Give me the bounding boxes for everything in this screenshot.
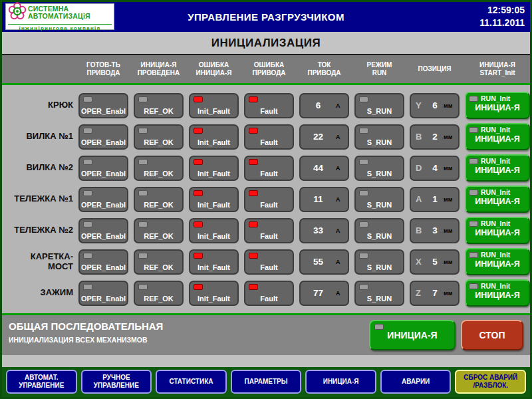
current-value: 6 [301,100,336,110]
col-header-start-init: ИНИЦИА-Я START_Init [465,61,530,78]
run-mode-indicator: S_RUN [354,281,404,306]
screen-title: УПРАВЛЕНИЕ РАЗГРУЗЧИКОМ [2,11,530,23]
table-row: ВИЛКА №1 OPER_Enabl REF_OK Init_Fault Fa… [2,121,530,152]
led-red-icon [194,128,203,134]
run-mode-text: S_RUN [356,263,403,271]
run-init-button[interactable]: RUN_InitИНИЦИА-Я [465,186,530,213]
current-unit: A [336,290,348,297]
logo-tagline: інжинірингова компанія [8,24,112,31]
led-off-icon [359,253,368,259]
drive-fault-indicator: Fault [244,93,294,118]
bottom-nav-bar: АВТОМАТ. УПРАВЛЕНИЕ РУЧНОЕ УПРАВЛЕНИЕ СТ… [2,367,530,397]
run-init-button[interactable]: RUN_InitИНИЦИА-Я [465,217,530,244]
fault-text: Fault [245,138,293,146]
ref-ok-indicator: REF_OK [134,187,184,212]
oper-enabl-text: OPER_Enabl [80,263,127,271]
current-value: 44 [301,163,336,173]
ref-ok-text: REF_OK [135,201,182,209]
common-init-button[interactable]: ИНИЦИА-Я [369,320,456,350]
ref-ok-text: REF_OK [135,107,182,115]
init-fault-text: Init_Fault [190,138,237,146]
run-init-button[interactable]: RUN_InitИНИЦИА-Я [465,154,530,182]
current-unit: A [336,259,348,265]
nav-auto-control-button[interactable]: АВТОМАТ. УПРАВЛЕНИЕ [6,370,77,394]
current-unit: A [336,165,348,172]
oper-enabl-indicator: OPER_Enabl [78,156,128,181]
axis-letter: B [416,225,426,235]
date-display: 11.11.2011 [479,17,525,29]
common-init-section: ОБЩАЯ ПОСЛЕДОВАТЕЛЬНАЯ ИНИЦИАЛИЗАЦИЯ ВСЕ… [2,313,530,355]
led-off-icon [138,159,148,165]
position-display: Z7мм [410,281,460,306]
oper-enabl-text: OPER_Enabl [80,138,127,146]
nav-alarms-button[interactable]: АВАРИИ [380,370,452,394]
init-fault-indicator: Init_Fault [189,281,239,306]
axis-letter: X [416,257,426,267]
position-value: 4 [426,163,444,173]
fault-text: Fault [245,170,293,178]
nav-alarm-reset-button[interactable]: СБРОС АВАРИЙ /РАЗБЛОК. [455,370,526,394]
col-header-init-error: ОШИБКА ИНИЦИА-Я [189,61,239,78]
run-init-text: RUN_Init [481,126,510,134]
led-off-icon [469,221,478,227]
drive-fault-indicator: Fault [244,218,294,243]
oper-enabl-indicator: OPER_Enabl [78,249,128,275]
ref-ok-indicator: REF_OK [134,281,184,306]
run-mode-indicator: S_RUN [354,187,404,212]
oper-enabl-indicator: OPER_Enabl [78,187,128,212]
ref-ok-text: REF_OK [135,295,182,303]
nav-manual-control-button[interactable]: РУЧНОЕ УПРАВЛЕНИЕ [81,370,152,394]
oper-enabl-indicator: OPER_Enabl [78,281,128,306]
position-unit: мм [444,196,458,203]
init-fault-indicator: Init_Fault [189,249,239,275]
nav-initialization-button[interactable]: ИНИЦИА-Я [305,370,376,394]
init-fault-text: Init_Fault [190,107,237,115]
run-init-button[interactable]: RUN_InitИНИЦИА-Я [465,279,530,307]
led-red-icon [249,284,258,290]
run-mode-text: S_RUN [356,170,403,178]
mechanism-label: ЗАЖИМ [4,288,73,298]
init-button-label: ИНИЦИА-Я [469,228,526,237]
nav-parameters-button[interactable]: ПАРАМЕТРЫ [231,370,302,394]
led-off-icon [83,159,92,165]
stop-button[interactable]: СТОП [461,320,523,350]
drive-current-display: 44A [299,156,349,181]
led-off-icon [469,283,478,289]
led-off-icon [469,127,478,133]
init-button-label: ИНИЦИА-Я [469,134,526,144]
init-button-label: ИНИЦИА-Я [469,291,526,300]
current-value: 33 [301,225,336,235]
ref-ok-indicator: REF_OK [134,93,184,118]
run-init-button[interactable]: RUN_InitИНИЦИА-Я [465,123,530,150]
run-init-button[interactable]: RUN_InitИНИЦИА-Я [465,248,530,275]
axis-letter: Y [416,100,426,110]
nav-statistics-button[interactable]: СТАТИСТИКА [156,370,227,394]
led-red-icon [249,159,258,165]
current-unit: A [336,196,348,203]
col-header-init-done: ИНИЦИА-Я ПРОВЕДЕНА [134,61,184,78]
run-init-text: RUN_Init [481,188,510,196]
drive-current-display: 33A [299,218,349,243]
drive-current-display: 55A [299,249,349,275]
ref-ok-text: REF_OK [135,170,182,178]
axis-letter: Z [416,288,426,298]
current-value: 22 [301,132,336,142]
run-mode-indicator: S_RUN [354,156,404,181]
init-fault-text: Init_Fault [190,232,237,240]
init-fault-indicator: Init_Fault [189,187,239,212]
led-off-icon [374,324,384,330]
run-init-button[interactable]: RUN_InitИНИЦИА-Я [465,92,530,119]
init-fault-text: Init_Fault [190,295,237,303]
led-off-icon [138,128,148,134]
mechanism-label: ВИЛКА №1 [4,132,73,142]
ref-ok-text: REF_OK [135,138,182,146]
clock: 12:59:05 11.11.2011 [479,4,525,29]
ref-ok-indicator: REF_OK [134,218,184,243]
led-off-icon [83,253,92,259]
position-unit: мм [444,259,458,265]
hmi-screen: СИСТЕМНА АВТОМАТИЗАЦіЯ інжинірингова ком… [0,0,532,399]
drive-fault-indicator: Fault [244,249,294,275]
led-red-icon [194,159,203,165]
position-display: Y6мм [410,93,460,118]
position-display: B2мм [410,124,460,150]
